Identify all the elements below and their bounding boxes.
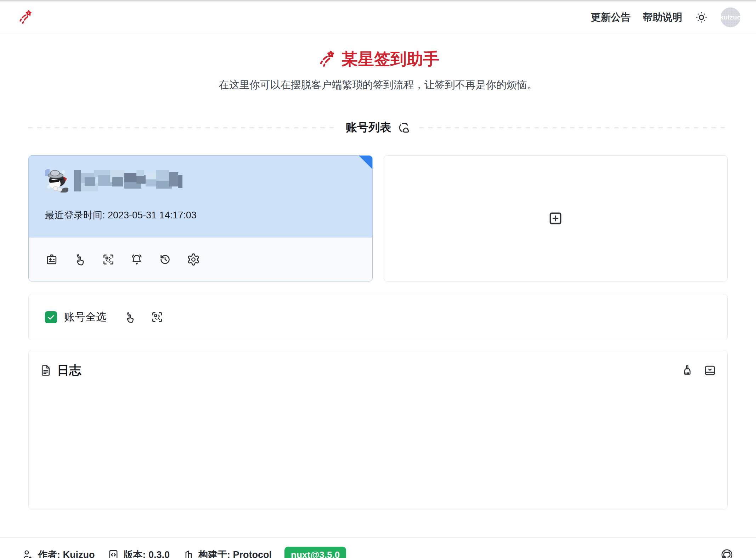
divider-dash-right xyxy=(419,127,728,128)
save-inbox-icon[interactable] xyxy=(703,364,717,377)
nav-link-help[interactable]: 帮助说明 xyxy=(643,11,682,24)
version-label: 版本: 0.3.0 xyxy=(123,548,170,558)
page-title-text: 某星签到助手 xyxy=(342,48,439,70)
qr-scan-icon[interactable] xyxy=(102,253,115,266)
account-card[interactable]: 最近登录时间: 2023-05-31 14:17:03 xyxy=(28,155,373,281)
account-actions xyxy=(29,237,372,281)
log-panel: 日志 xyxy=(28,350,728,509)
shooting-star-title-icon xyxy=(317,50,336,69)
cloud-sync-icon[interactable] xyxy=(397,121,410,134)
version-code-icon xyxy=(107,549,119,558)
account-list-label: 账号列表 xyxy=(346,120,391,135)
shooting-star-logo-icon[interactable] xyxy=(17,9,33,26)
nuxt-version-badge: nuxt@3.5.0 xyxy=(284,547,346,558)
hand-click-icon[interactable] xyxy=(124,311,136,324)
user-avatar[interactable]: kuizuo xyxy=(721,7,740,27)
hand-click-icon[interactable] xyxy=(73,253,87,266)
divider-dash-left xyxy=(28,127,337,128)
add-square-icon xyxy=(547,210,564,227)
id-card-add-icon[interactable] xyxy=(45,253,58,266)
document-icon xyxy=(39,364,52,377)
select-all-label[interactable]: 账号全选 xyxy=(64,310,107,324)
navbar: 更新公告 帮助说明 kuizuo xyxy=(0,1,756,33)
nav-link-update-notice[interactable]: 更新公告 xyxy=(591,11,631,24)
settings-icon[interactable] xyxy=(187,253,200,266)
qr-scan-icon[interactable] xyxy=(151,311,164,324)
bell-icon[interactable] xyxy=(130,253,143,266)
author-label: 作者: Kuizuo xyxy=(38,548,95,558)
add-account-card[interactable] xyxy=(384,155,728,281)
author-person-star-icon xyxy=(22,549,34,558)
history-icon[interactable] xyxy=(158,253,172,266)
footer: 作者: Kuizuo 版本: 0.3.0 构建于: Protocol nuxt@ xyxy=(0,537,756,558)
select-all-checkbox[interactable] xyxy=(45,311,57,323)
select-all-row: 账号全选 xyxy=(28,294,728,340)
account-avatar xyxy=(45,169,68,192)
sun-icon[interactable] xyxy=(694,10,709,24)
github-icon[interactable] xyxy=(720,548,734,558)
build-protocol-icon xyxy=(182,549,194,558)
broom-icon[interactable] xyxy=(681,364,694,377)
build-label: 构建于: Protocol xyxy=(198,548,272,558)
account-list-divider: 账号列表 xyxy=(28,120,728,135)
selected-corner-marker xyxy=(359,156,372,169)
last-login-time: 最近登录时间: 2023-05-31 14:17:03 xyxy=(45,209,356,222)
page-subtitle: 在这里你可以在摆脱客户端繁琐的签到流程，让签到不再是你的烦恼。 xyxy=(0,78,756,92)
page-title: 某星签到助手 xyxy=(317,48,439,70)
account-name-censored xyxy=(74,170,182,191)
log-title-text: 日志 xyxy=(57,362,81,379)
